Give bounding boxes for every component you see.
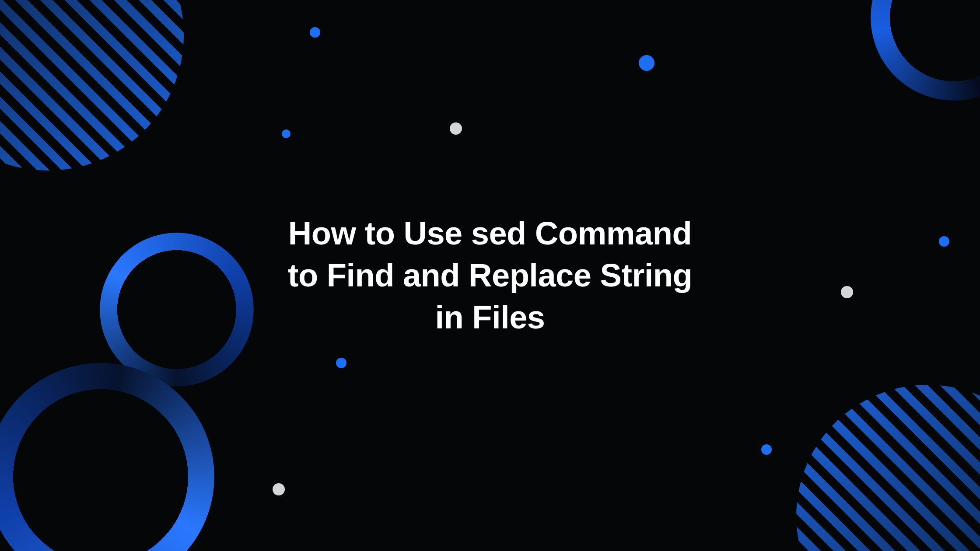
dot-grey (273, 483, 285, 495)
striped-circle-bottom-right (796, 385, 980, 551)
dot-grey (841, 286, 853, 298)
dot-blue (761, 444, 772, 455)
hero-title: How to Use sed Command to Find and Repla… (288, 213, 692, 339)
dot-grey (450, 122, 462, 135)
dot-blue (336, 358, 346, 368)
dot-blue (939, 236, 949, 247)
striped-circle-top-left (0, 0, 184, 171)
dot-blue (310, 27, 320, 38)
stripe-fill (796, 385, 980, 551)
hero-canvas: How to Use sed Command to Find and Repla… (0, 0, 980, 551)
dot-blue (282, 129, 290, 138)
ring-top-right (871, 0, 980, 101)
stripe-fill (0, 0, 184, 171)
dot-blue (639, 55, 654, 71)
ring-bottom-left (0, 363, 214, 551)
ring-mid-left (100, 233, 254, 387)
